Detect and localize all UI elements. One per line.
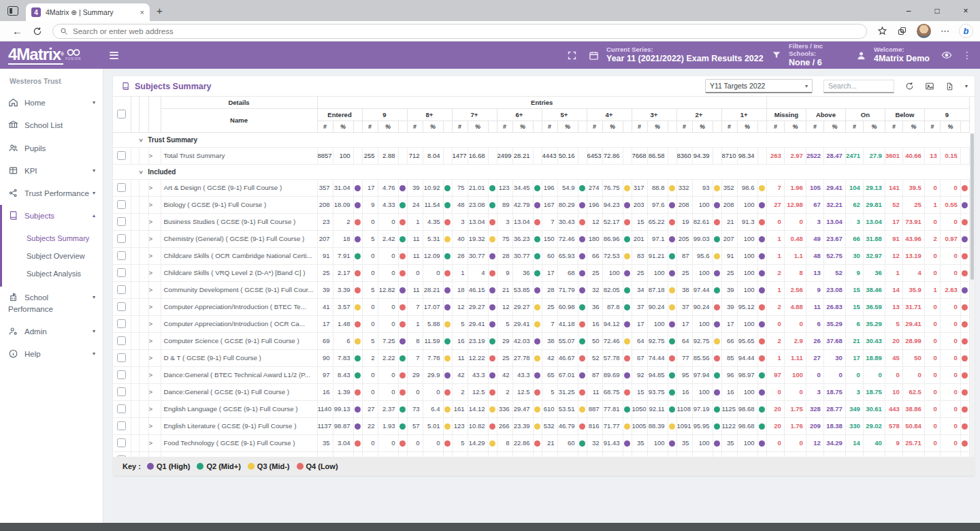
row-checkbox[interactable] (117, 370, 126, 379)
window-minimize-button[interactable]: – (894, 6, 923, 16)
expand-chevron-icon[interactable]: > (149, 303, 153, 310)
expand-chevron-icon[interactable]: > (149, 354, 153, 361)
bing-icon[interactable]: b (959, 24, 973, 38)
window-close-button[interactable]: × (951, 6, 980, 16)
table-row[interactable] (113, 451, 970, 457)
expand-chevron-icon[interactable]: > (149, 235, 153, 242)
browser-tab[interactable]: 4 4Matrix ⊕ | Summary × (26, 3, 150, 21)
section-header-row[interactable]: >Included (113, 164, 970, 179)
row-checkbox[interactable] (117, 285, 126, 294)
expand-chevron-icon[interactable]: > (149, 286, 153, 293)
row-checkbox[interactable] (117, 353, 126, 362)
export-image-icon[interactable] (925, 82, 934, 91)
table-row[interactable]: >Dance:General ( BTEC Technical Award L1… (113, 366, 970, 383)
expand-chevron-icon[interactable]: > (149, 405, 153, 413)
row-checkbox[interactable] (117, 200, 126, 209)
row-checkbox[interactable] (117, 302, 126, 311)
eye-icon[interactable] (941, 50, 952, 61)
table-row[interactable]: >Computer Appreciation/Introduction ( BT… (113, 298, 970, 315)
browser-menu-icon[interactable]: ⋯ (941, 26, 950, 36)
window-maximize-button[interactable]: □ (923, 6, 951, 16)
expand-chevron-icon[interactable]: > (149, 320, 153, 327)
row-checkbox[interactable] (117, 455, 126, 457)
table-row[interactable]: >Computer Appreciation/Introduction ( OC… (113, 315, 970, 332)
table-row[interactable]: >Community Development ( GCSE (9-1) Full… (113, 281, 970, 298)
table-row[interactable]: >Computer Science ( GCSE (9-1) Full Cour… (113, 332, 970, 349)
collapse-chevron-icon[interactable]: > (139, 138, 144, 142)
more-options-icon[interactable]: ▾ (965, 83, 968, 89)
row-checkbox[interactable] (117, 319, 126, 328)
row-checkbox[interactable] (117, 151, 126, 160)
sidebar-item-pupils[interactable]: Pupils (0, 138, 103, 160)
targets-series-select[interactable]: Y11 Targets 2022 ▾ (705, 79, 813, 93)
expand-chevron-icon[interactable]: > (149, 388, 153, 396)
sidebar-item-help[interactable]: Help ▾ (0, 343, 103, 366)
row-checkbox[interactable] (117, 421, 126, 430)
row-checkbox[interactable] (117, 387, 126, 396)
app-logo[interactable]: 4Matrix® FUSION (8, 46, 81, 65)
menu-hamburger-icon[interactable] (110, 52, 118, 59)
table-search-input[interactable]: Search... (823, 80, 894, 93)
table-row[interactable]: >Total Trust Summary88571002552.887128.0… (113, 147, 970, 164)
tab-workspaces-icon[interactable] (7, 6, 18, 16)
expand-chevron-icon[interactable]: > (149, 218, 153, 225)
tab-close-icon[interactable]: × (140, 8, 144, 16)
select-all-checkbox[interactable] (117, 110, 126, 118)
sidebar-item-admin[interactable]: Admin ▾ (0, 321, 103, 343)
row-checkbox[interactable] (117, 251, 126, 260)
filter-icon[interactable] (772, 50, 781, 60)
table-row[interactable]: >D & T ( GCSE (9-1) Full Course )907.832… (113, 349, 970, 366)
sidebar-item-school-performance[interactable]: School Performance ▾ (0, 287, 103, 321)
header-overflow-icon[interactable]: ⋮ (960, 50, 975, 61)
sidebar-item-trust-performance[interactable]: Trust Performance ▾ (0, 182, 103, 205)
sidebar-item-subject-analysis[interactable]: Subject Analysis (2, 265, 103, 283)
row-checkbox[interactable] (117, 234, 126, 243)
vertical-scrollbar[interactable] (970, 133, 975, 457)
expand-chevron-icon[interactable]: > (149, 184, 153, 191)
expand-chevron-icon[interactable]: > (149, 252, 153, 259)
expand-chevron-icon[interactable]: > (149, 201, 153, 208)
table-row[interactable]: >Dance:General ( GCSE (9-1) Full Course … (113, 383, 970, 400)
expand-chevron-icon[interactable]: > (149, 152, 153, 159)
profile-avatar[interactable] (917, 24, 931, 38)
section-header-row[interactable]: >Trust Summary (113, 132, 970, 147)
new-tab-button[interactable]: + (157, 5, 163, 16)
table-row[interactable]: >English Language ( GCSE (9-1) Full Cour… (113, 400, 970, 417)
sidebar-item-school-list[interactable]: School List (0, 114, 103, 137)
sidebar-item-home[interactable]: Home ▾ (0, 92, 103, 114)
table-row[interactable]: >Childcare Skills ( OCR Cambridge Nation… (113, 247, 970, 264)
table-row[interactable]: >Art & Design ( GCSE (9-1) Full Course )… (113, 179, 970, 196)
table-row[interactable]: >Biology ( GCSE (9-1) Full Course )20818… (113, 196, 970, 213)
row-indent-cell (131, 400, 139, 417)
row-checkbox[interactable] (117, 268, 126, 277)
row-checkbox[interactable] (117, 217, 126, 226)
refresh-table-icon[interactable] (905, 82, 914, 91)
table-row[interactable]: >Chemistry (General) ( GCSE (9-1) Full C… (113, 230, 970, 247)
table-row[interactable]: >Food Technology ( GCSE (9-1) Full Cours… (113, 434, 970, 451)
row-checkbox[interactable] (117, 438, 126, 447)
refresh-icon[interactable] (33, 27, 42, 36)
row-checkbox[interactable] (117, 336, 126, 345)
table-row[interactable]: >Business Studies ( GCSE (9-1) Full Cour… (113, 213, 970, 230)
sidebar-item-kpi[interactable]: KPI ▾ (0, 160, 103, 182)
fullscreen-icon[interactable] (567, 50, 577, 61)
expand-chevron-icon[interactable]: > (149, 269, 153, 276)
collections-icon[interactable] (897, 26, 907, 36)
row-checkbox[interactable] (117, 183, 126, 192)
row-checkbox[interactable] (117, 404, 126, 413)
collapse-chevron-icon[interactable]: > (139, 170, 144, 174)
export-file-icon[interactable] (945, 82, 954, 91)
favorites-star-icon[interactable] (877, 26, 887, 36)
expand-chevron-icon[interactable]: > (149, 422, 153, 430)
table-row[interactable]: >English Literature ( GCSE (9-1) Full Co… (113, 417, 970, 434)
sidebar-item-subjects-summary[interactable]: Subjects Summary (2, 229, 103, 247)
expand-chevron-icon[interactable]: > (149, 439, 153, 447)
expand-chevron-icon[interactable]: > (149, 337, 153, 344)
sidebar-item-subjects[interactable]: Subjects ▴ (2, 205, 103, 227)
table-row[interactable]: >Childcare Skills ( VRQ Level 2 (D-A*) [… (113, 264, 970, 281)
back-button[interactable]: ← (12, 25, 22, 37)
address-input[interactable]: Search or enter web address (52, 24, 867, 39)
expand-chevron-icon[interactable]: > (149, 371, 153, 379)
sidebar-item-subject-overview[interactable]: Subject Overview (2, 247, 103, 265)
scrollbar-thumb[interactable] (970, 133, 974, 280)
